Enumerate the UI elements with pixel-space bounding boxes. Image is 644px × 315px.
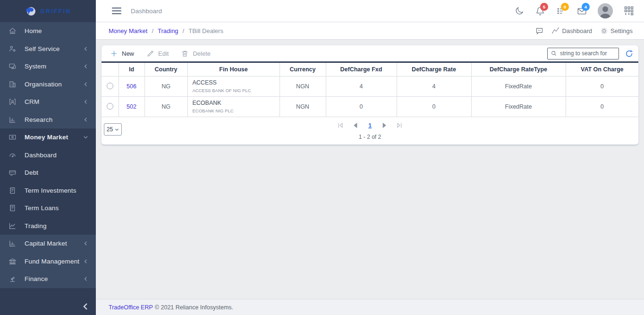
- sidebar-item-label: Self Service: [25, 45, 83, 52]
- sidebar-item-self-service[interactable]: Self Service: [0, 40, 96, 58]
- hamburger-menu-icon[interactable]: [112, 8, 121, 14]
- brand[interactable]: GRIFFIN: [0, 0, 96, 22]
- col-defcharge-ratetype: DefCharge RateType: [471, 62, 566, 77]
- breadcrumb-money-market[interactable]: Money Market: [109, 27, 147, 34]
- new-button-label: New: [122, 50, 134, 57]
- row-id-link[interactable]: 502: [127, 103, 136, 110]
- apps-grid-icon[interactable]: [624, 6, 634, 16]
- header-actions: 5 0 4: [515, 3, 634, 18]
- sidebar-group-money-market: Money Market Dashboard Debt Term Investm…: [0, 128, 96, 235]
- sidebar-item-mm-dashboard[interactable]: Dashboard: [0, 146, 96, 164]
- last-page-button[interactable]: [395, 121, 403, 129]
- sidebar-item-organisation[interactable]: Organisation: [0, 76, 96, 94]
- sidebar-item-home[interactable]: Home: [0, 22, 96, 40]
- notifications-bell-button[interactable]: 5: [535, 6, 545, 16]
- fin-house-subtitle: ECOBANK NIG PLC: [193, 108, 280, 113]
- row-id-link[interactable]: 506: [127, 83, 136, 90]
- col-currency: Currency: [280, 62, 326, 77]
- sidebar-item-system[interactable]: System: [0, 58, 96, 76]
- previous-page-button[interactable]: [352, 121, 360, 129]
- ledger-icon: [8, 187, 17, 195]
- bank-icon: [8, 257, 17, 265]
- sidebar-item-crm[interactable]: CRM: [0, 93, 96, 111]
- new-button[interactable]: New: [110, 50, 134, 58]
- speedometer-icon: [8, 151, 17, 159]
- sidebar-item-label: Term Investments: [25, 187, 88, 194]
- dashboard-action[interactable]: Dashboard: [551, 27, 592, 35]
- monitor-icon: [8, 62, 17, 70]
- sidebar-item-trading[interactable]: Trading: [0, 217, 96, 235]
- fin-house-name: ECOBANK: [193, 100, 280, 107]
- sidebar-item-finance[interactable]: Finance: [0, 270, 96, 288]
- pager: 1: [102, 121, 638, 129]
- toolbar-right: [547, 48, 634, 60]
- sidebar-item-research[interactable]: Research: [0, 111, 96, 129]
- cell-defcharge-rate: 4: [397, 77, 471, 97]
- next-page-button[interactable]: [380, 121, 388, 129]
- trash-icon: [181, 50, 189, 58]
- griffin-logo-icon: [25, 6, 37, 17]
- breadcrumb-trading[interactable]: Trading: [158, 27, 178, 34]
- content-area: New Edit Delete: [96, 40, 644, 299]
- home-icon: [8, 27, 17, 35]
- growth-icon: [8, 275, 17, 283]
- row-radio[interactable]: [107, 103, 113, 110]
- cell-defcharge-ratetype: FixedRate: [471, 97, 566, 117]
- chevron-left-icon: [83, 259, 88, 264]
- edit-button[interactable]: Edit: [146, 50, 169, 58]
- sidebar: GRIFFIN Home Self Service System Organis…: [0, 0, 96, 315]
- messages-button[interactable]: 4: [577, 6, 586, 16]
- fin-house-name: ACCESS: [193, 79, 280, 87]
- sidebar-item-label: Trading: [25, 222, 88, 230]
- cell-vat-on-charge: 0: [566, 97, 638, 117]
- delete-button[interactable]: Delete: [181, 50, 211, 58]
- sidebar-item-label: CRM: [25, 98, 83, 105]
- sidebar-item-debt[interactable]: Debt: [0, 164, 96, 182]
- col-country: Country: [144, 62, 187, 77]
- chevron-left-icon: [83, 99, 88, 104]
- sidebar-item-fund-management[interactable]: Fund Management: [0, 253, 96, 271]
- delete-button-label: Delete: [193, 50, 211, 57]
- top-header: Dashboard 5 0 4: [96, 0, 644, 22]
- sidebar-collapse-icon[interactable]: [81, 302, 90, 311]
- refresh-icon[interactable]: [625, 49, 634, 58]
- user-avatar[interactable]: [598, 3, 613, 18]
- breadcrumb-current: TBill Dealers: [188, 27, 223, 34]
- row-radio[interactable]: [107, 83, 113, 89]
- activity-icon: [551, 27, 559, 35]
- settings-action[interactable]: Settings: [600, 27, 633, 35]
- tbill-dealers-table: Id Country Fin House Currency DefCharge …: [102, 61, 638, 117]
- pagination-summary: 1 - 2 of 2: [102, 134, 638, 140]
- credit-card-icon: [8, 169, 17, 177]
- comment-icon[interactable]: [535, 27, 543, 35]
- first-page-button[interactable]: [337, 121, 345, 129]
- col-vat-on-charge: VAT On Charge: [566, 62, 638, 77]
- sidebar-item-money-market[interactable]: Money Market: [0, 128, 96, 146]
- grid-toolbar: New Edit Delete: [102, 45, 638, 61]
- sidebar-item-label: Debt: [25, 169, 88, 176]
- tasks-button[interactable]: 0: [556, 6, 566, 16]
- search-icon: [551, 50, 557, 57]
- banknote-icon: [8, 133, 17, 141]
- contact-card-icon: [8, 98, 17, 106]
- current-page[interactable]: 1: [367, 122, 373, 129]
- plus-icon: [110, 50, 118, 58]
- dashboard-action-label: Dashboard: [562, 27, 592, 34]
- footer-brand-link[interactable]: TradeOffice ERP: [109, 304, 153, 311]
- bar-chart-icon: [8, 116, 17, 124]
- edit-button-label: Edit: [158, 50, 169, 57]
- col-id: Id: [119, 62, 144, 77]
- cell-fin-house: ECOBANK ECOBANK NIG PLC: [187, 97, 280, 117]
- col-fin-house: Fin House: [187, 62, 280, 77]
- cell-currency: NGN: [280, 77, 326, 97]
- cell-defcharge-fxd: 0: [326, 97, 397, 117]
- sidebar-item-term-investments[interactable]: Term Investments: [0, 182, 96, 200]
- sidebar-item-term-loans[interactable]: Term Loans: [0, 199, 96, 217]
- gear-icon: [600, 27, 608, 35]
- chevron-down-icon: [83, 135, 88, 140]
- dark-mode-moon-icon[interactable]: [515, 6, 524, 16]
- sidebar-item-label: Organisation: [25, 81, 83, 88]
- search-input[interactable]: [547, 48, 619, 60]
- pencil-icon: [146, 50, 154, 58]
- sidebar-item-capital-market[interactable]: Capital Market: [0, 235, 96, 253]
